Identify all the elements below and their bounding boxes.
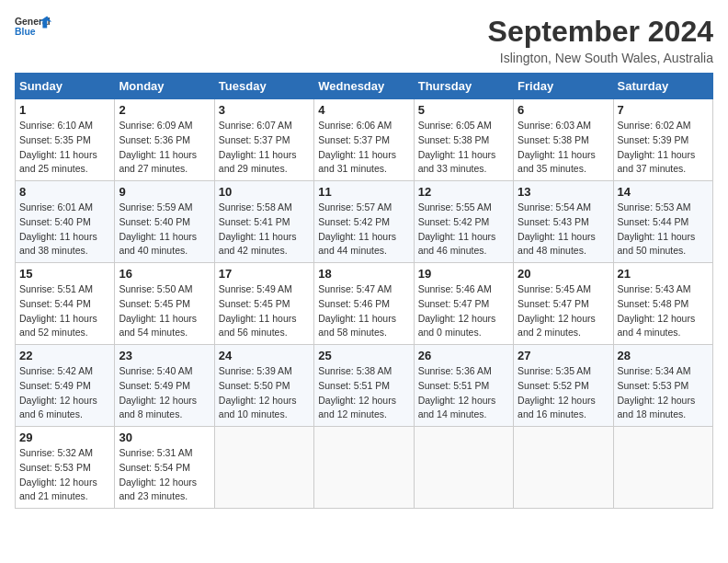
logo-icon: General Blue [15,15,51,37]
day-number: 3 [219,103,310,117]
calendar-cell: 2Sunrise: 6:09 AMSunset: 5:36 PMDaylight… [115,99,214,181]
day-number: 30 [119,431,210,444]
day-number: 15 [19,267,110,281]
day-info: Sunrise: 6:03 AMSunset: 5:38 PMDaylight:… [518,119,609,177]
calendar-cell: 28Sunrise: 5:34 AMSunset: 5:53 PMDayligh… [613,345,712,427]
day-number: 23 [119,349,210,362]
weekday-header-row: SundayMondayTuesdayWednesdayThursdayFrid… [16,74,713,99]
calendar-cell: 6Sunrise: 6:03 AMSunset: 5:38 PMDaylight… [514,99,613,181]
day-info: Sunrise: 5:57 AMSunset: 5:42 PMDaylight:… [318,201,409,259]
day-number: 19 [418,267,509,281]
calendar-cell: 21Sunrise: 5:43 AMSunset: 5:48 PMDayligh… [613,263,712,345]
day-number: 29 [19,431,110,444]
day-info: Sunrise: 5:39 AMSunset: 5:50 PMDaylight:… [219,364,310,422]
weekday-header: Tuesday [214,74,313,99]
day-number: 13 [518,185,609,199]
day-number: 5 [418,103,509,117]
calendar-cell: 9Sunrise: 5:59 AMSunset: 5:40 PMDaylight… [115,181,214,263]
day-info: Sunrise: 6:06 AMSunset: 5:37 PMDaylight:… [318,119,409,177]
day-info: Sunrise: 5:47 AMSunset: 5:46 PMDaylight:… [318,282,409,340]
day-info: Sunrise: 6:07 AMSunset: 5:37 PMDaylight:… [219,119,310,177]
calendar-cell: 17Sunrise: 5:49 AMSunset: 5:45 PMDayligh… [214,263,313,345]
day-info: Sunrise: 5:40 AMSunset: 5:49 PMDaylight:… [119,364,210,422]
day-number: 25 [318,349,409,362]
calendar-cell: 1Sunrise: 6:10 AMSunset: 5:35 PMDaylight… [16,99,115,181]
day-info: Sunrise: 6:02 AMSunset: 5:39 PMDaylight:… [618,119,709,177]
day-info: Sunrise: 5:46 AMSunset: 5:47 PMDaylight:… [418,282,509,340]
day-info: Sunrise: 5:58 AMSunset: 5:41 PMDaylight:… [219,201,310,259]
day-info: Sunrise: 5:31 AMSunset: 5:54 PMDaylight:… [119,446,210,504]
day-number: 1 [19,103,110,117]
calendar-cell [414,427,513,509]
calendar-week-row: 15Sunrise: 5:51 AMSunset: 5:44 PMDayligh… [16,263,713,345]
day-number: 22 [19,349,110,362]
day-number: 14 [618,185,709,199]
day-info: Sunrise: 5:36 AMSunset: 5:51 PMDaylight:… [418,364,509,422]
calendar-cell: 11Sunrise: 5:57 AMSunset: 5:42 PMDayligh… [314,181,414,263]
day-number: 7 [618,103,709,117]
day-info: Sunrise: 5:43 AMSunset: 5:48 PMDaylight:… [618,282,709,340]
weekday-header: Sunday [16,74,115,99]
calendar-week-row: 8Sunrise: 6:01 AMSunset: 5:40 PMDaylight… [16,181,713,263]
calendar-cell: 7Sunrise: 6:02 AMSunset: 5:39 PMDaylight… [613,99,712,181]
calendar-cell [214,427,313,509]
calendar-cell: 15Sunrise: 5:51 AMSunset: 5:44 PMDayligh… [16,263,115,345]
weekday-header: Wednesday [314,74,414,99]
day-number: 24 [219,349,310,362]
calendar-week-row: 1Sunrise: 6:10 AMSunset: 5:35 PMDaylight… [16,99,713,181]
calendar-cell: 26Sunrise: 5:36 AMSunset: 5:51 PMDayligh… [414,345,513,427]
calendar-cell: 16Sunrise: 5:50 AMSunset: 5:45 PMDayligh… [115,263,214,345]
day-info: Sunrise: 5:32 AMSunset: 5:53 PMDaylight:… [19,446,110,504]
day-number: 28 [618,349,709,362]
day-number: 4 [318,103,409,117]
day-info: Sunrise: 6:10 AMSunset: 5:35 PMDaylight:… [19,119,110,177]
svg-text:Blue: Blue [15,27,36,37]
day-info: Sunrise: 6:01 AMSunset: 5:40 PMDaylight:… [19,201,110,259]
day-number: 21 [618,267,709,281]
calendar-cell: 29Sunrise: 5:32 AMSunset: 5:53 PMDayligh… [16,427,115,509]
calendar-cell [514,427,613,509]
calendar-cell: 19Sunrise: 5:46 AMSunset: 5:47 PMDayligh… [414,263,513,345]
calendar-cell: 23Sunrise: 5:40 AMSunset: 5:49 PMDayligh… [115,345,214,427]
day-info: Sunrise: 5:45 AMSunset: 5:47 PMDaylight:… [518,282,609,340]
weekday-header: Saturday [613,74,712,99]
calendar-cell: 24Sunrise: 5:39 AMSunset: 5:50 PMDayligh… [214,345,313,427]
calendar-cell: 10Sunrise: 5:58 AMSunset: 5:41 PMDayligh… [214,181,313,263]
day-info: Sunrise: 6:09 AMSunset: 5:36 PMDaylight:… [119,119,210,177]
calendar-table: SundayMondayTuesdayWednesdayThursdayFrid… [15,73,713,509]
day-info: Sunrise: 5:42 AMSunset: 5:49 PMDaylight:… [19,364,110,422]
day-number: 12 [418,185,509,199]
calendar-cell: 3Sunrise: 6:07 AMSunset: 5:37 PMDaylight… [214,99,313,181]
weekday-header: Friday [514,74,613,99]
day-number: 11 [318,185,409,199]
calendar-cell: 8Sunrise: 6:01 AMSunset: 5:40 PMDaylight… [16,181,115,263]
day-number: 10 [219,185,310,199]
calendar-cell: 14Sunrise: 5:53 AMSunset: 5:44 PMDayligh… [613,181,712,263]
day-number: 17 [219,267,310,281]
calendar-cell: 30Sunrise: 5:31 AMSunset: 5:54 PMDayligh… [115,427,214,509]
day-info: Sunrise: 5:54 AMSunset: 5:43 PMDaylight:… [518,201,609,259]
calendar-cell: 27Sunrise: 5:35 AMSunset: 5:52 PMDayligh… [514,345,613,427]
day-number: 8 [19,185,110,199]
day-info: Sunrise: 5:51 AMSunset: 5:44 PMDaylight:… [19,282,110,340]
calendar-cell [613,427,712,509]
day-number: 20 [518,267,609,281]
calendar-cell: 13Sunrise: 5:54 AMSunset: 5:43 PMDayligh… [514,181,613,263]
day-number: 18 [318,267,409,281]
day-number: 27 [518,349,609,362]
calendar-cell: 25Sunrise: 5:38 AMSunset: 5:51 PMDayligh… [314,345,414,427]
page-header: General Blue September 2024 Islington, N… [15,15,713,65]
day-info: Sunrise: 5:34 AMSunset: 5:53 PMDaylight:… [618,364,709,422]
day-info: Sunrise: 5:59 AMSunset: 5:40 PMDaylight:… [119,201,210,259]
calendar-body: 1Sunrise: 6:10 AMSunset: 5:35 PMDaylight… [16,99,713,509]
calendar-cell: 20Sunrise: 5:45 AMSunset: 5:47 PMDayligh… [514,263,613,345]
day-number: 16 [119,267,210,281]
day-info: Sunrise: 5:49 AMSunset: 5:45 PMDaylight:… [219,282,310,340]
location: Islington, New South Wales, Australia [488,51,713,65]
calendar-cell [314,427,414,509]
logo: General Blue [15,15,51,39]
calendar-cell: 5Sunrise: 6:05 AMSunset: 5:38 PMDaylight… [414,99,513,181]
weekday-header: Monday [115,74,214,99]
calendar-header: SundayMondayTuesdayWednesdayThursdayFrid… [16,74,713,99]
day-number: 9 [119,185,210,199]
